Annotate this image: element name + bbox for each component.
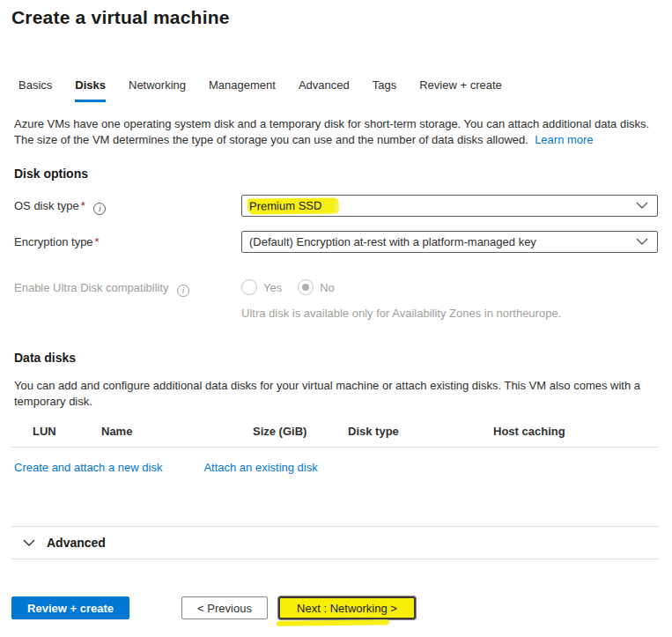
- ultra-disk-label: Enable Ultra Disk compatibility i: [14, 277, 241, 297]
- os-disk-type-value: Premium SSD: [247, 197, 340, 214]
- tab-disks[interactable]: Disks: [75, 78, 106, 102]
- radio-yes[interactable]: Yes: [241, 279, 282, 295]
- ultra-disk-row: Enable Ultra Disk compatibility i Yes No…: [11, 277, 659, 321]
- disks-tab-page: Create a virtual machine Basics Disks Ne…: [0, 0, 672, 559]
- ultra-disk-radio-group: Yes No: [241, 277, 561, 295]
- tab-advanced[interactable]: Advanced: [299, 78, 350, 102]
- data-disks-heading: Data disks: [11, 351, 659, 365]
- radio-circle-unselected: [241, 279, 257, 295]
- tab-management[interactable]: Management: [209, 78, 276, 102]
- page-title: Create a virtual machine: [11, 7, 659, 28]
- learn-more-link[interactable]: Learn more: [535, 133, 593, 146]
- tab-tags[interactable]: Tags: [373, 78, 396, 102]
- column-header-size: Size (GiB): [253, 425, 348, 438]
- chevron-down-icon: [636, 201, 648, 210]
- data-disks-links: Create and attach a new disk Attach an e…: [11, 461, 659, 474]
- next-networking-button[interactable]: Next : Networking >: [278, 596, 416, 619]
- tab-networking[interactable]: Networking: [129, 78, 186, 102]
- encryption-type-value: (Default) Encryption at-rest with a plat…: [249, 235, 536, 248]
- radio-yes-label: Yes: [263, 281, 282, 294]
- radio-no[interactable]: No: [298, 279, 335, 295]
- info-icon[interactable]: i: [93, 203, 106, 215]
- create-attach-new-disk-link[interactable]: Create and attach a new disk: [14, 461, 162, 474]
- disk-options-heading: Disk options: [11, 167, 659, 181]
- column-header-name: Name: [101, 425, 253, 438]
- encryption-type-row: Encryption type* (Default) Encryption at…: [11, 231, 659, 253]
- column-header-disk-type: Disk type: [348, 425, 493, 438]
- encryption-type-dropdown[interactable]: (Default) Encryption at-rest with a plat…: [241, 231, 658, 253]
- radio-no-label: No: [320, 281, 335, 294]
- os-disk-type-label: OS disk type* i: [14, 195, 241, 215]
- required-asterisk: *: [95, 235, 100, 248]
- ultra-disk-control: Yes No Ultra disk is available only for …: [241, 277, 561, 321]
- info-icon[interactable]: i: [177, 285, 189, 297]
- review-create-button[interactable]: Review + create: [11, 596, 129, 619]
- chevron-down-icon: [23, 538, 35, 547]
- tab-basics[interactable]: Basics: [18, 78, 52, 102]
- tab-review-create[interactable]: Review + create: [419, 78, 502, 102]
- column-header-lun: LUN: [33, 425, 101, 438]
- os-disk-type-label-text: OS disk type: [14, 199, 79, 212]
- wizard-footer: Review + create < Previous Next : Networ…: [11, 596, 661, 619]
- data-disks-description: You can add and configure additional dat…: [11, 378, 659, 410]
- encryption-type-label-text: Encryption type: [14, 235, 93, 248]
- intro-text: Azure VMs have one operating system disk…: [11, 116, 659, 148]
- ultra-disk-helper-text: Ultra disk is available only for Availab…: [241, 306, 561, 321]
- previous-button[interactable]: < Previous: [181, 596, 268, 619]
- data-disks-table-header: LUN Name Size (GiB) Disk type Host cachi…: [11, 425, 659, 448]
- chevron-down-icon: [636, 237, 648, 246]
- divider: [11, 559, 659, 559]
- attach-existing-disk-link[interactable]: Attach an existing disk: [203, 461, 317, 474]
- radio-circle-selected: [298, 279, 314, 295]
- advanced-section-toggle[interactable]: Advanced: [11, 527, 659, 559]
- wizard-tabs: Basics Disks Networking Management Advan…: [11, 78, 659, 102]
- encryption-type-label: Encryption type*: [14, 231, 241, 248]
- column-header-host-caching: Host caching: [493, 425, 659, 438]
- required-asterisk: *: [81, 199, 85, 212]
- os-disk-type-dropdown[interactable]: Premium SSD: [241, 195, 658, 217]
- advanced-section-label: Advanced: [47, 536, 106, 550]
- os-disk-type-row: OS disk type* i Premium SSD: [11, 195, 659, 217]
- ultra-disk-label-text: Enable Ultra Disk compatibility: [14, 281, 169, 294]
